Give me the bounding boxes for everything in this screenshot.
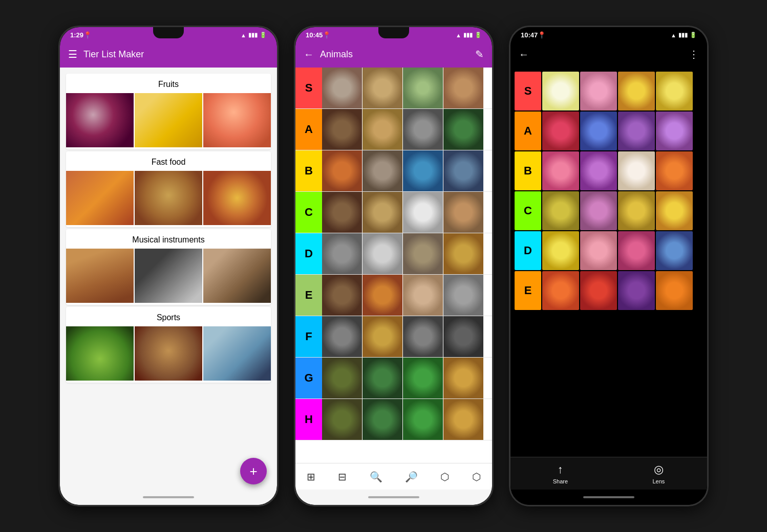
- blue-small-img: [656, 231, 693, 270]
- signal-icon-1: ▮▮▮: [248, 32, 258, 38]
- h-img3: [403, 399, 443, 440]
- iguana-img: [363, 358, 402, 398]
- toolbar-share[interactable]: ⬡: [472, 471, 481, 483]
- app-bar-3: ← ⋮: [510, 41, 707, 68]
- ostrich-img: [403, 316, 443, 357]
- tier-row-s: S: [295, 68, 492, 109]
- green-snake-img: [403, 358, 443, 398]
- tier3-row-b: B: [515, 151, 703, 190]
- tier-label-s: S: [295, 68, 322, 108]
- tier-grid-2[interactable]: S A: [295, 68, 492, 463]
- tier-label-h: H: [295, 399, 322, 440]
- bottom-toolbar-2: ⊞ ⊟ 🔍 🔎 ⬡ ⬡: [295, 463, 492, 490]
- share-button[interactable]: ↑ Share: [553, 463, 568, 484]
- fastfood-title: Fast food: [66, 151, 271, 171]
- fab-button[interactable]: +: [240, 458, 267, 484]
- peach-img: [203, 93, 271, 147]
- bball-img: [135, 326, 202, 381]
- pizza-img: [203, 171, 271, 225]
- marigold-img: [542, 271, 579, 310]
- sunflower-img: [618, 72, 655, 110]
- tier-row-c: C: [295, 192, 492, 233]
- phone-3: 10:47 📍 ▲ ▮▮▮ 🔋 ← ⋮ S: [509, 26, 709, 506]
- elephant-img: [443, 275, 483, 316]
- fox-img: [322, 150, 362, 191]
- music-images: [66, 249, 271, 305]
- toolbar-export[interactable]: ⬡: [440, 471, 449, 483]
- tier-row-e: E: [295, 275, 492, 316]
- tier-images-d: [322, 233, 492, 274]
- pansy-img: [618, 271, 655, 310]
- tier3-label-e: E: [515, 271, 541, 310]
- app-title-1: Tier List Maker: [83, 49, 269, 60]
- tier-images-a: [322, 109, 492, 150]
- frog-img: [443, 109, 483, 150]
- toolbar-zoom-in[interactable]: 🔎: [405, 471, 418, 483]
- location-icon-3: 📍: [538, 31, 546, 39]
- toolbar-add-image[interactable]: ⊞: [307, 471, 315, 483]
- back-icon-2[interactable]: ←: [304, 49, 314, 60]
- rabbit-img: [403, 68, 443, 108]
- app-bar-2: ← Animals ✎: [295, 41, 492, 68]
- snake-img: [322, 192, 362, 233]
- home-bar-2: [368, 496, 419, 498]
- list-item-music[interactable]: Musical instruments: [66, 229, 271, 305]
- wrap-img: [66, 171, 134, 225]
- pink-peony-img: [542, 151, 579, 190]
- toolbar-add-tier[interactable]: ⊟: [338, 471, 347, 483]
- orange-flower-img: [656, 151, 693, 190]
- horse-img: [363, 233, 402, 274]
- location-icon-2: 📍: [323, 31, 331, 39]
- lens-button[interactable]: ◎ Lens: [652, 463, 665, 484]
- tier3-label-a: A: [515, 112, 541, 150]
- back-icon-3[interactable]: ←: [519, 49, 529, 60]
- white-lotus-img: [618, 151, 655, 190]
- tier-row-b: B: [295, 150, 492, 192]
- lens-icon: ◎: [654, 463, 664, 476]
- notch-3: [593, 27, 624, 38]
- apple-img: [66, 93, 134, 147]
- tier-images-b: [322, 150, 492, 191]
- hockey-img: [203, 326, 271, 381]
- eagle-img: [363, 192, 402, 233]
- tier-row-a: A: [295, 109, 492, 150]
- edit-icon-2[interactable]: ✎: [475, 48, 484, 60]
- status-icons-2: ▲ ▮▮▮ 🔋: [456, 32, 482, 38]
- list-item-fastfood[interactable]: Fast food: [66, 151, 271, 227]
- gorilla-img: [443, 316, 483, 357]
- dolphin-img: [403, 150, 443, 191]
- wifi-icon-3: ▲: [671, 32, 676, 38]
- list-content[interactable]: Fruits Fast food: [60, 68, 277, 490]
- lens-label: Lens: [652, 478, 665, 484]
- tier-images-h: [322, 399, 492, 440]
- burger-img: [135, 171, 202, 225]
- list-item-sports[interactable]: Sports: [66, 307, 271, 383]
- tier-grid-3[interactable]: S A B: [510, 68, 707, 457]
- location-icon-1: 📍: [83, 31, 92, 39]
- battery-icon-2: 🔋: [475, 32, 482, 38]
- tier-images-e: [322, 275, 492, 316]
- rhino-img: [322, 233, 362, 274]
- camel-img: [363, 109, 402, 150]
- wolf-img: [403, 109, 443, 150]
- deer-img: [443, 192, 483, 233]
- tier-label-d: D: [295, 233, 322, 274]
- h-img2: [363, 399, 402, 440]
- battery-icon-3: 🔋: [690, 32, 697, 38]
- time-2: 10:45: [306, 31, 323, 39]
- fruits-title: Fruits: [66, 74, 271, 93]
- toolbar-zoom-out[interactable]: 🔍: [370, 471, 382, 483]
- tier-row-d: D: [295, 233, 492, 275]
- home-bar-3: [583, 496, 634, 498]
- phone-3-screen: 10:47 📍 ▲ ▮▮▮ 🔋 ← ⋮ S: [510, 27, 707, 505]
- list-item-fruits[interactable]: Fruits: [66, 74, 271, 149]
- more-icon-3[interactable]: ⋮: [689, 48, 699, 60]
- bison-img: [322, 275, 362, 316]
- orchid-img: [580, 191, 617, 230]
- tier3-label-d: D: [515, 231, 541, 270]
- menu-icon[interactable]: ☰: [68, 48, 77, 60]
- tier3-label-s: S: [515, 72, 541, 110]
- home-indicator-2: [295, 490, 492, 505]
- turtle-img: [322, 358, 362, 398]
- yellow-flower2-img: [656, 72, 693, 110]
